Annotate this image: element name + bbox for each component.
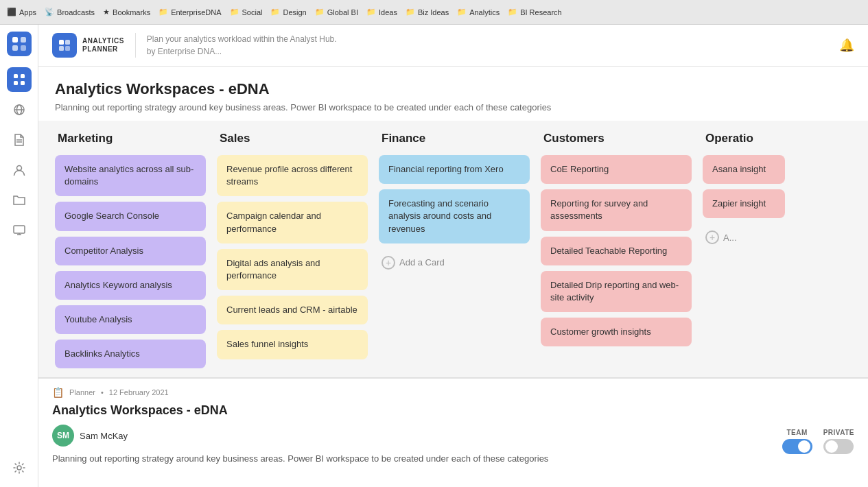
svg-rect-3 xyxy=(21,45,26,51)
private-toggle[interactable] xyxy=(823,439,854,454)
team-toggle-knob xyxy=(798,440,810,453)
tab-ideas[interactable]: 📁 Ideas xyxy=(366,8,397,16)
svg-point-13 xyxy=(16,166,21,171)
tab-broadcasts[interactable]: 📡 Broadcasts xyxy=(45,8,95,16)
team-toggle[interactable] xyxy=(782,439,812,454)
header-logo: ANALYTICS PLANNER xyxy=(52,33,124,58)
add-card-finance[interactable]: + Add a Card xyxy=(379,249,530,276)
tab-bookmarks[interactable]: ★ Bookmarks xyxy=(103,8,150,16)
sidebar-item-settings[interactable] xyxy=(7,455,32,480)
svg-rect-20 xyxy=(59,46,64,51)
sidebar-item-monitor[interactable] xyxy=(7,218,32,243)
logo-text: ANALYTICS PLANNER xyxy=(82,37,124,54)
toggle-controls: TEAM PRIVATE xyxy=(782,429,854,454)
private-toggle-group: PRIVATE xyxy=(823,429,854,454)
sidebar-item-grid[interactable] xyxy=(7,67,32,92)
svg-rect-5 xyxy=(21,74,25,78)
column-title-customers: Customers xyxy=(541,132,692,145)
logo-icon xyxy=(52,33,77,58)
planner-icon: 📋 xyxy=(52,387,64,398)
card-marketing-3[interactable]: Competitor Analysis xyxy=(55,237,206,265)
column-customers: Customers CoE Reporting Reporting for su… xyxy=(541,132,692,366)
tab-edna[interactable]: 📁 EnterpriseDNA xyxy=(159,8,221,16)
tab-bizideas[interactable]: 📁 Biz Ideas xyxy=(406,8,449,16)
private-toggle-knob xyxy=(825,440,838,453)
card-sales-2[interactable]: Campaign calendar and performance xyxy=(217,202,368,243)
bottom-panel-author: SM Sam McKay xyxy=(52,425,854,447)
author-name: Sam McKay xyxy=(80,431,128,441)
sidebar-item-person[interactable] xyxy=(7,158,32,182)
card-customers-2[interactable]: Reporting for survey and assessments xyxy=(541,189,692,230)
card-sales-3[interactable]: Digital ads analysis and performance xyxy=(217,249,368,290)
card-customers-4[interactable]: Detailed Drip reporting and web-site act… xyxy=(541,271,692,312)
svg-rect-1 xyxy=(21,37,26,43)
bottom-panel-title: Analytics Workspaces - eDNA xyxy=(52,403,854,418)
column-marketing: Marketing Website analytics across all s… xyxy=(55,132,206,366)
tab-analytics[interactable]: 📁 Analytics xyxy=(457,8,500,16)
card-customers-1[interactable]: CoE Reporting xyxy=(541,155,692,184)
notification-bell[interactable]: 🔔 xyxy=(839,38,854,53)
sidebar-item-folder[interactable] xyxy=(7,188,32,213)
sidebar xyxy=(0,25,38,487)
column-title-operations: Operatio xyxy=(703,132,785,145)
svg-point-17 xyxy=(17,466,21,470)
card-finance-1[interactable]: Financial reporting from Xero xyxy=(379,155,530,184)
svg-rect-7 xyxy=(21,81,25,85)
header-tagline: Plan your analytics workload within the … xyxy=(147,33,337,58)
bottom-panel-wrapper: 📋 Planner • 12 February 2021 Analytics W… xyxy=(38,377,868,487)
board-header: Analytics Workspaces - eDNA Planning out… xyxy=(38,67,868,121)
card-sales-4[interactable]: Current leads and CRM - airtable xyxy=(217,296,368,324)
card-customers-3[interactable]: Detailed Teachable Reporting xyxy=(541,237,692,265)
column-title-marketing: Marketing xyxy=(55,132,206,145)
add-card-icon-finance: + xyxy=(382,256,395,270)
header-left: ANALYTICS PLANNER Plan your analytics wo… xyxy=(52,33,337,58)
team-toggle-label: TEAM xyxy=(786,429,807,436)
card-marketing-1[interactable]: Website analytics across all sub-domains xyxy=(55,155,206,196)
private-toggle-label: PRIVATE xyxy=(823,429,854,436)
board-description: Planning out reporting strategy around k… xyxy=(55,102,852,112)
tab-globalbi[interactable]: 📁 Global BI xyxy=(315,8,358,16)
browser-bar: ⬛ Apps 📡 Broadcasts ★ Bookmarks 📁 Enterp… xyxy=(0,0,868,25)
sidebar-item-globe[interactable] xyxy=(7,97,32,122)
main-content: ANALYTICS PLANNER Plan your analytics wo… xyxy=(38,25,868,487)
header-divider xyxy=(135,33,136,58)
card-finance-2[interactable]: Forecasting and scenario analysis around… xyxy=(379,189,530,244)
columns-container: Marketing Website analytics across all s… xyxy=(38,121,868,377)
column-finance: Finance Financial reporting from Xero Fo… xyxy=(379,132,530,366)
sidebar-item-file[interactable] xyxy=(7,128,32,152)
avatar: SM xyxy=(52,425,74,447)
svg-rect-21 xyxy=(65,46,70,51)
card-marketing-2[interactable]: Google Search Console xyxy=(55,202,206,230)
card-operations-1[interactable]: Asana insight xyxy=(703,155,785,184)
header: ANALYTICS PLANNER Plan your analytics wo… xyxy=(38,25,868,67)
card-marketing-6[interactable]: Backlinks Analytics xyxy=(55,340,206,368)
card-marketing-5[interactable]: Youtube Analysis xyxy=(55,305,206,334)
tab-apps[interactable]: ⬛ Apps xyxy=(7,8,36,16)
svg-rect-18 xyxy=(59,40,64,45)
team-toggle-group: TEAM xyxy=(782,429,812,454)
card-marketing-4[interactable]: Analytics Keyword analysis xyxy=(55,271,206,300)
add-card-operations[interactable]: + A... xyxy=(703,224,785,251)
card-sales-5[interactable]: Sales funnel insights xyxy=(217,330,368,359)
card-customers-5[interactable]: Customer growth insights xyxy=(541,318,692,346)
card-sales-1[interactable]: Revenue profile across different streams xyxy=(217,155,368,196)
planner-date: 12 February 2021 xyxy=(109,388,169,396)
board-area: Analytics Workspaces - eDNA Planning out… xyxy=(38,67,868,377)
svg-rect-2 xyxy=(12,45,18,51)
tab-social[interactable]: 📁 Social xyxy=(230,8,263,16)
column-title-sales: Sales xyxy=(217,132,368,145)
tab-biresearch[interactable]: 📁 BI Research xyxy=(508,8,562,16)
svg-rect-19 xyxy=(65,40,70,45)
bottom-panel-meta: 📋 Planner • 12 February 2021 xyxy=(52,387,854,398)
tab-design[interactable]: 📁 Design xyxy=(270,8,306,16)
board-title: Analytics Workspaces - eDNA xyxy=(55,80,852,98)
svg-rect-0 xyxy=(12,37,18,43)
planner-label: Planner xyxy=(69,388,95,396)
sidebar-logo[interactable] xyxy=(7,32,32,56)
svg-rect-4 xyxy=(14,74,18,78)
card-operations-2[interactable]: Zapier insight xyxy=(703,189,785,218)
column-sales: Sales Revenue profile across different s… xyxy=(217,132,368,366)
bottom-panel: 📋 Planner • 12 February 2021 Analytics W… xyxy=(38,377,868,487)
bottom-panel-description: Planning out reporting strategy around k… xyxy=(52,453,854,464)
svg-rect-14 xyxy=(14,226,25,233)
